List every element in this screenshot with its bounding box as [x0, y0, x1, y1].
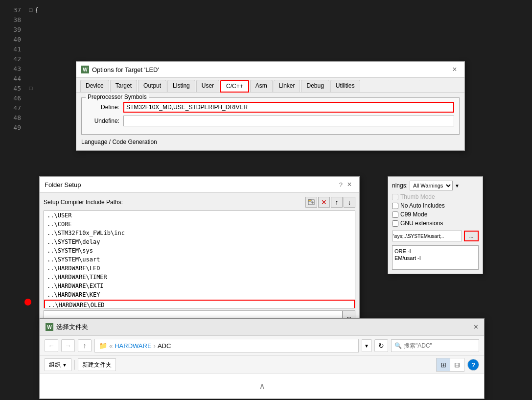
tab-linker[interactable]: Linker [274, 80, 301, 92]
folder-toolbar-buttons: ✕ ↑ ↓ [305, 197, 355, 208]
select-folder-title-icon: W [46, 323, 53, 331]
tab-user[interactable]: User [196, 80, 219, 92]
tab-cpp[interactable]: C/C++ [220, 80, 249, 93]
breakpoint-indicator [24, 299, 31, 306]
options-tabs: Device Target Output Listing User C/C++ … [76, 78, 464, 93]
include-path-row: ... [392, 231, 479, 241]
language-section-label: Language / Code Generation [81, 139, 460, 145]
nav-up-button[interactable]: ↑ [78, 339, 92, 352]
tab-utilities[interactable]: Utilities [330, 80, 360, 92]
c99-mode-row: C99 Mode [392, 211, 479, 218]
gnu-extensions-row: GNU extensions [392, 220, 479, 227]
warnings-label: nings: [392, 182, 408, 189]
tab-output[interactable]: Output [138, 80, 166, 92]
path-item-oled[interactable]: ..\HARDWARE\OLED [44, 300, 355, 308]
nav-back-button[interactable]: ← [45, 339, 58, 352]
view-grid-button[interactable]: ⊞ [437, 358, 450, 371]
organize-dropdown-icon: ▼ [62, 362, 67, 368]
tab-target[interactable]: Target [110, 80, 137, 92]
tab-listing[interactable]: Listing [167, 80, 195, 92]
move-down-button[interactable]: ↓ [344, 197, 355, 208]
new-folder-button[interactable]: 新建文件夹 [78, 358, 116, 371]
undefine-input[interactable] [123, 116, 454, 126]
help-button[interactable]: ? [467, 359, 479, 371]
path-item[interactable]: ..\SYSTEM\usart [44, 255, 355, 264]
breadcrumb-dropdown-button[interactable]: ▼ [362, 339, 371, 352]
c99-mode-label: C99 Mode [400, 211, 427, 218]
breadcrumb-bar: 📁 « HARDWARE › ADC [94, 339, 359, 353]
folder-setup-dialog: Folder Setup ? × Setup Compiler Include … [39, 176, 360, 326]
misc-item: ORE -I [394, 248, 476, 255]
path-item[interactable]: ..\STM32F10x_FWLib\inc [44, 229, 355, 237]
delete-path-button[interactable]: ✕ [318, 197, 330, 208]
path-item[interactable]: ..\CORE [44, 220, 355, 229]
path-item[interactable]: ..\USER [44, 211, 355, 220]
thumb-mode-label: Thumb Mode [400, 193, 435, 200]
define-label: Define: [87, 104, 123, 111]
options-close-button[interactable]: × [450, 65, 460, 74]
svg-rect-1 [308, 200, 311, 201]
view-btn-group: ⊞ ⊟ [436, 358, 464, 372]
select-folder-title: W 选择文件夹 [46, 323, 88, 331]
nav-forward-button[interactable]: → [61, 339, 75, 352]
view-list-button[interactable]: ⊟ [450, 358, 464, 371]
undefine-row: Undefine: [87, 116, 454, 126]
tab-debug[interactable]: Debug [301, 80, 329, 92]
folder-setup-close-button[interactable]: × [345, 180, 354, 189]
organize-label: 组织 [49, 361, 61, 369]
folder-toolbar-label: Setup Compiler Include Paths: [44, 199, 123, 206]
path-item[interactable]: ..\HARDWARE\LED [44, 264, 355, 273]
new-path-button[interactable] [305, 197, 317, 208]
breadcrumb-hardware[interactable]: HARDWARE [115, 342, 151, 350]
new-folder-icon [308, 199, 315, 206]
define-input[interactable] [123, 102, 454, 113]
no-auto-includes-label: No Auto Includes [400, 202, 445, 209]
thumb-mode-checkbox[interactable] [392, 194, 398, 200]
code-line: 38 [0, 15, 532, 24]
tab-device[interactable]: Device [80, 80, 109, 92]
refresh-button[interactable]: ↻ [374, 339, 388, 352]
code-line: 37 □ { [0, 5, 532, 15]
tab-asm[interactable]: Asm [250, 80, 273, 92]
search-input[interactable] [404, 342, 477, 349]
search-icon: 🔍 [394, 342, 402, 349]
path-item[interactable]: ..\HARDWARE\TIMER [44, 273, 355, 282]
no-auto-includes-row: No Auto Includes [392, 202, 479, 209]
select-folder-nav: ← → ↑ 📁 « HARDWARE › ADC ▼ ↻ 🔍 [40, 336, 484, 356]
organize-group: 组织 ▼ [45, 358, 71, 371]
options-title-text: Options for Target 'LED' [92, 66, 159, 73]
code-line: 40 [0, 34, 532, 44]
options-dialog: W Options for Target 'LED' × Device Targ… [76, 61, 465, 151]
toolbar-separator [74, 360, 75, 370]
select-folder-title-text: 选择文件夹 [56, 323, 88, 331]
organize-button[interactable]: 组织 ▼ [45, 358, 71, 371]
path-list[interactable]: ..\USER ..\CORE ..\STM32F10x_FWLib\inc .… [44, 211, 355, 308]
breadcrumb-sep: « [109, 342, 113, 350]
code-line: 39 [0, 24, 532, 34]
thumb-mode-row: Thumb Mode [392, 193, 479, 200]
folder-setup-content: Setup Compiler Include Paths: ✕ ↑ ↓ ..\U… [40, 193, 359, 325]
warnings-select[interactable]: All Warnings [410, 181, 453, 190]
gnu-extensions-checkbox[interactable] [392, 220, 398, 227]
c99-mode-checkbox[interactable] [392, 212, 398, 218]
search-box: 🔍 [391, 339, 479, 352]
select-folder-close-button[interactable]: × [474, 323, 478, 331]
folder-setup-title-text: Folder Setup [45, 181, 81, 188]
breadcrumb-adc: ADC [158, 342, 171, 350]
move-up-button[interactable]: ↑ [331, 197, 343, 208]
no-auto-includes-checkbox[interactable] [392, 203, 398, 209]
select-folder-titlebar: W 选择文件夹 × [40, 319, 484, 336]
warnings-row: nings: All Warnings ▼ [392, 181, 479, 190]
warnings-dropdown-icon: ▼ [455, 183, 460, 188]
path-item[interactable]: ..\HARDWARE\EXTI [44, 282, 355, 290]
options-right-panel: nings: All Warnings ▼ Thumb Mode No Auto… [388, 176, 483, 274]
folder-setup-titlebar: Folder Setup ? × [40, 177, 359, 193]
path-item[interactable]: ..\HARDWARE\KEY [44, 290, 355, 299]
undefine-label: Undefine: [87, 118, 123, 124]
include-path-browse-button[interactable]: ... [464, 231, 479, 241]
path-item[interactable]: ..\SYSTEM\sys [44, 246, 355, 255]
group-box-title: Preprocessor Symbols [86, 94, 149, 100]
include-path-input[interactable] [392, 231, 462, 241]
path-item[interactable]: ..\SYSTEM\delay [44, 237, 355, 246]
breadcrumb-sep: › [154, 342, 156, 350]
